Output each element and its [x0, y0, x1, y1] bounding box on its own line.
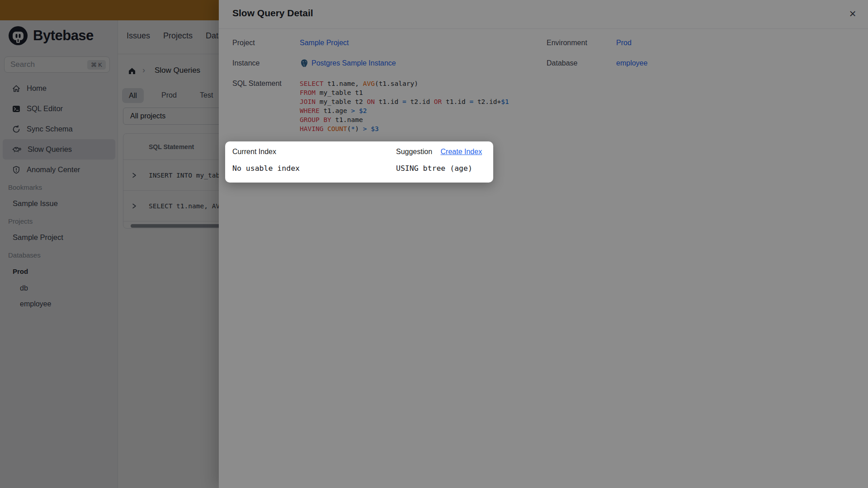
suggestion-value: USING btree (age): [396, 163, 472, 174]
suggestion-label: Suggestion Create Index: [396, 146, 482, 157]
current-index-label: Current Index: [232, 146, 276, 157]
popover-backdrop: [0, 0, 868, 488]
app-screen: Bytebase Search ⌘ K Home SQL Editor: [0, 0, 868, 488]
index-suggestion-popover: Current Index Suggestion Create Index No…: [225, 141, 493, 183]
create-index-link[interactable]: Create Index: [441, 148, 482, 155]
current-index-value: No usable index: [232, 163, 300, 174]
